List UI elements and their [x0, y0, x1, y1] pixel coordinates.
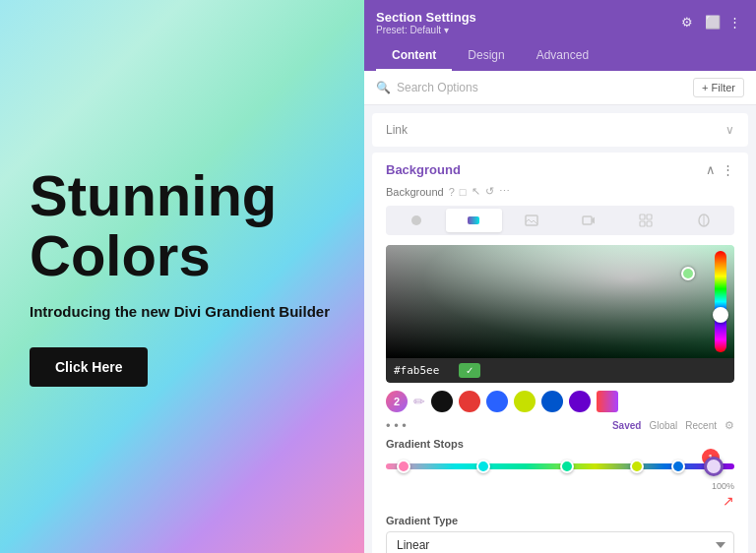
swatch-purple[interactable] — [569, 391, 591, 412]
bg-pattern-icon — [639, 214, 653, 227]
svg-point-0 — [411, 215, 421, 225]
gradient-stop-1[interactable] — [397, 460, 410, 473]
svg-rect-5 — [647, 215, 652, 219]
gradient-stop-4[interactable] — [630, 460, 644, 473]
bg-arrow-icon[interactable]: ↖ — [472, 185, 480, 198]
right-panel: Section Settings Preset: Default ▾ ⚙ ⬜ ⋮… — [364, 0, 756, 553]
color-spectrum[interactable] — [386, 245, 734, 358]
saved-tab-saved[interactable]: Saved — [612, 420, 641, 431]
bg-tab-color[interactable] — [389, 209, 444, 232]
gradient-type-label: Gradient Type — [386, 515, 734, 526]
gradient-stop-5[interactable] — [671, 460, 685, 473]
bg-header: Background ∧ ⋮ — [386, 162, 734, 177]
swatch-black[interactable] — [431, 391, 453, 412]
tab-advanced[interactable]: Advanced — [521, 41, 604, 71]
hue-bar[interactable] — [715, 251, 726, 352]
header-title-group: Section Settings Preset: Default ▾ — [376, 10, 476, 35]
bg-tab-video[interactable] — [561, 209, 616, 232]
bg-tab-gradient[interactable] — [446, 209, 501, 232]
spectrum-overlay — [386, 245, 734, 358]
bg-controls: ∧ ⋮ — [706, 162, 734, 177]
svg-rect-6 — [640, 221, 645, 226]
bg-square-icon[interactable]: □ — [460, 186, 467, 198]
gradient-slider[interactable]: 1 — [386, 456, 734, 477]
bg-tab-pattern[interactable] — [618, 209, 673, 232]
bg-type-row: Background ? □ ↖ ↺ ⋯ — [386, 185, 734, 198]
subtitle: Introducing the new Divi Grandient Build… — [30, 303, 335, 320]
swatch-gradient[interactable] — [597, 391, 618, 412]
bg-collapse-icon[interactable]: ∧ — [706, 162, 716, 177]
bg-gradient-icon — [467, 214, 480, 227]
saved-tab-global[interactable]: Global — [649, 420, 677, 431]
gradient-stops-label: Gradient Stops — [386, 438, 734, 450]
bg-ellipsis-icon[interactable]: ⋯ — [499, 185, 510, 198]
saved-settings-icon[interactable]: ⚙ — [724, 419, 734, 432]
spectrum-thumb[interactable] — [681, 267, 695, 280]
percent-label: 100% — [386, 481, 734, 491]
section-title: Section Settings — [376, 10, 476, 25]
search-bar: 🔍 Search Options + Filter — [364, 71, 756, 105]
bg-type-tabs — [386, 206, 734, 235]
arrow-indicator: ↗ — [386, 493, 734, 509]
arrow-icon: ↗ — [723, 493, 734, 509]
expand-icon[interactable]: ⬜ — [705, 15, 721, 31]
search-input-wrap: 🔍 Search Options — [376, 81, 478, 94]
saved-tabs: Saved Global Recent ⚙ — [612, 419, 734, 432]
section-tabs: Content Design Advanced — [376, 41, 744, 71]
swatch-red[interactable] — [459, 391, 480, 412]
link-label: Link — [386, 123, 408, 137]
gradient-slider-container: 1 — [386, 456, 734, 477]
heading: Stunning Colors — [30, 166, 335, 286]
bg-label: Background — [386, 186, 444, 198]
gradient-stop-end[interactable] — [704, 457, 724, 476]
swatches-row: 2 ✏ — [386, 391, 734, 412]
bg-mask-icon — [697, 214, 711, 227]
bg-reset-icon[interactable]: ↺ — [485, 185, 494, 198]
color-picker[interactable]: ✓ — [386, 245, 734, 383]
search-placeholder[interactable]: Search Options — [397, 81, 478, 94]
section-header: Section Settings Preset: Default ▾ ⚙ ⬜ ⋮… — [364, 0, 756, 71]
bg-title: Background — [386, 162, 461, 177]
svg-rect-3 — [583, 216, 592, 224]
color-hex-row: ✓ — [386, 358, 734, 383]
bg-color-icon — [410, 214, 423, 227]
gradient-stop-2[interactable] — [476, 460, 490, 473]
tab-content[interactable]: Content — [376, 41, 452, 71]
hex-input[interactable] — [394, 364, 453, 377]
swatch-yellow-green[interactable] — [514, 391, 536, 412]
bg-video-icon — [582, 214, 596, 227]
link-section[interactable]: Link ∨ — [372, 113, 748, 147]
svg-rect-4 — [640, 215, 645, 219]
cta-button[interactable]: Click Here — [30, 347, 148, 387]
swatch-blue[interactable] — [486, 391, 508, 412]
bg-more-icon[interactable]: ⋮ — [722, 162, 734, 177]
bg-tab-image[interactable] — [504, 209, 559, 232]
tab-design[interactable]: Design — [452, 41, 520, 71]
main-content: Link ∨ Background ∧ ⋮ Background ? □ ↖ ↺… — [364, 105, 756, 553]
svg-rect-1 — [468, 216, 479, 224]
saved-tab-recent[interactable]: Recent — [685, 420, 717, 431]
bg-image-icon — [525, 214, 538, 227]
section-preset[interactable]: Preset: Default ▾ — [376, 25, 476, 35]
bg-tab-mask[interactable] — [676, 209, 731, 232]
swatch-dark-blue[interactable] — [541, 391, 563, 412]
settings-icon[interactable]: ⚙ — [681, 15, 697, 31]
hue-thumb[interactable] — [713, 307, 728, 323]
badge-2[interactable]: 2 — [386, 391, 408, 412]
badge2-wrap: 2 — [386, 391, 408, 412]
pencil-icon[interactable]: ✏ — [413, 394, 425, 409]
left-panel: Stunning Colors Introducing the new Divi… — [0, 0, 364, 553]
background-section: Background ∧ ⋮ Background ? □ ↖ ↺ ⋯ — [372, 153, 748, 553]
gradient-type-select[interactable]: Linear Radial — [386, 531, 734, 553]
more-swatches-icon[interactable]: • • • — [386, 418, 407, 433]
filter-button[interactable]: + Filter — [693, 78, 744, 97]
header-icons: ⚙ ⬜ ⋮ — [681, 15, 744, 31]
bg-question-icon[interactable]: ? — [449, 186, 455, 198]
link-chevron-icon: ∨ — [725, 123, 734, 137]
gradient-stop-3[interactable] — [560, 460, 574, 473]
hex-confirm-button[interactable]: ✓ — [459, 363, 480, 378]
search-icon: 🔍 — [376, 81, 391, 94]
svg-rect-7 — [647, 221, 652, 226]
more-icon[interactable]: ⋮ — [728, 15, 744, 31]
